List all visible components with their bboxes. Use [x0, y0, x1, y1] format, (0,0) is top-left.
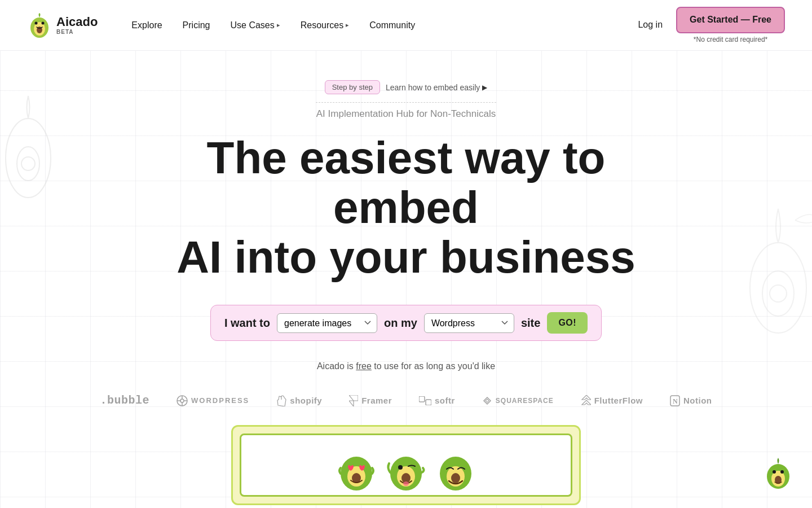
use-cases-arrow-icon: ▸: [277, 21, 280, 29]
platform-squarespace: SQUARESPACE: [482, 396, 554, 406]
avocado-char-2: [383, 440, 429, 491]
platform-select[interactable]: Wordpress Shopify Framer Bubble Notion: [424, 313, 514, 333]
nav-community[interactable]: Community: [369, 20, 415, 30]
step-badge: Step by step: [325, 80, 380, 94]
i-want-to-label: I want to: [224, 317, 270, 330]
avocado-characters: [334, 440, 478, 491]
avocado-char-3: [433, 440, 478, 491]
softr-icon: [419, 396, 431, 405]
nav-resources[interactable]: Resources ▸: [301, 20, 349, 30]
platform-notion: N Notion: [670, 395, 712, 406]
interactive-row: I want to generate images analyze text c…: [210, 305, 602, 341]
platform-framer: Framer: [349, 395, 392, 406]
notion-icon: N: [670, 395, 680, 406]
hero-headline: The easiest way to embed AI into your bu…: [152, 133, 660, 282]
squarespace-icon: [482, 396, 492, 406]
no-credit-card-note: *No credit card required*: [694, 36, 767, 43]
avocado-char-1: [334, 440, 379, 491]
platform-logos-row: .bubble WORDPRESS shopify: [100, 394, 712, 407]
framer-icon: [349, 395, 358, 406]
wordpress-icon: [176, 395, 188, 406]
platform-bubble: .bubble: [100, 394, 150, 407]
nav-links: Explore Pricing Use Cases ▸ Resources ▸ …: [131, 20, 638, 30]
shopify-icon: [276, 395, 286, 406]
nav-right: Log in Get Started — Free *No credit car…: [638, 7, 785, 43]
navigation: Aicado BETA Explore Pricing Use Cases ▸ …: [0, 0, 812, 51]
nav-explore[interactable]: Explore: [131, 20, 162, 30]
platform-shopify: shopify: [276, 395, 322, 406]
hero-subtitle: AI Implementation Hub for Non-Technicals: [316, 108, 496, 120]
svg-point-37: [773, 470, 776, 474]
svg-point-9: [35, 21, 38, 24]
free-text: Aicado is free to use for as long as you…: [317, 361, 495, 371]
svg-marker-17: [349, 395, 358, 401]
svg-rect-19: [419, 396, 425, 402]
svg-point-12: [180, 399, 184, 402]
go-button[interactable]: GO!: [547, 312, 588, 334]
on-my-label: on my: [384, 317, 417, 330]
login-link[interactable]: Log in: [638, 20, 663, 30]
step-badge-row: Step by step Learn how to embed easily ▶: [325, 80, 488, 94]
nav-pricing[interactable]: Pricing: [183, 20, 210, 30]
corner-avocado-icon: [761, 455, 795, 489]
step-learn-arrow-icon: ▶: [482, 84, 487, 91]
svg-point-29: [398, 465, 403, 470]
platform-softr: softr: [419, 396, 455, 405]
hero-section: Step by step Learn how to embed easily ▶…: [0, 51, 812, 508]
platform-wordpress: WORDPRESS: [176, 395, 249, 406]
platform-flutterflow: FlutterFlow: [581, 395, 643, 406]
corner-avocado: [761, 455, 795, 491]
svg-marker-18: [349, 401, 354, 406]
action-select[interactable]: generate images analyze text create chat…: [277, 313, 377, 333]
svg-point-10: [42, 21, 45, 24]
resources-arrow-icon: ▸: [346, 21, 349, 29]
logo-icon: [27, 13, 52, 38]
flutterflow-icon: [581, 395, 591, 406]
get-started-button[interactable]: Get Started — Free: [676, 7, 785, 33]
preview-section: [231, 425, 581, 505]
step-divider: [316, 102, 496, 103]
svg-point-38: [780, 470, 784, 474]
svg-rect-20: [426, 400, 431, 405]
nav-use-cases[interactable]: Use Cases ▸: [231, 20, 280, 30]
logo-beta: BETA: [56, 29, 98, 35]
logo-name: Aicado: [56, 16, 98, 28]
svg-text:N: N: [673, 397, 678, 405]
get-started-wrap: Get Started — Free *No credit card requi…: [676, 7, 785, 43]
site-label: site: [521, 317, 540, 330]
preview-inner: [240, 433, 572, 497]
svg-point-30: [403, 481, 409, 486]
logo-link[interactable]: Aicado BETA: [27, 13, 98, 38]
step-learn-link[interactable]: Learn how to embed easily ▶: [386, 83, 487, 92]
svg-point-33: [451, 473, 460, 483]
